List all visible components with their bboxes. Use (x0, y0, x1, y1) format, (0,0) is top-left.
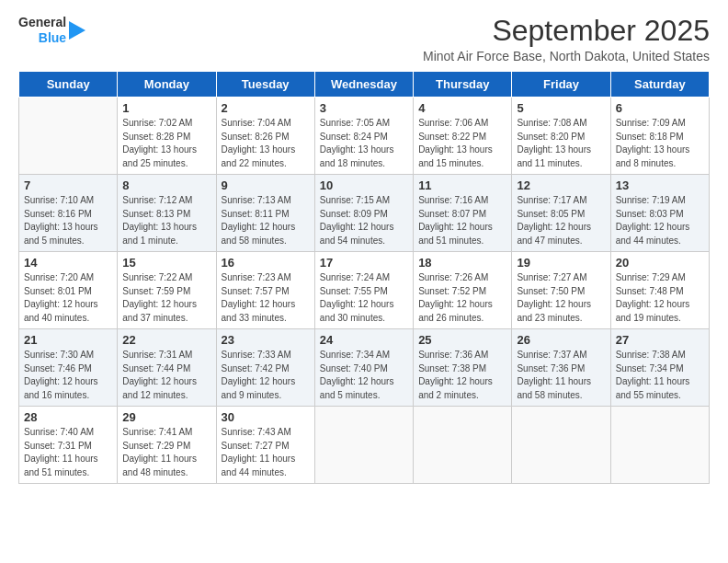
day-number: 29 (122, 410, 210, 424)
day-number: 6 (616, 101, 704, 115)
day-number: 20 (616, 256, 704, 270)
calendar-week-1: 1Sunrise: 7:02 AMSunset: 8:28 PMDaylight… (19, 98, 710, 175)
day-detail: Sunrise: 7:33 AMSunset: 7:42 PMDaylight:… (222, 349, 310, 402)
calendar-cell: 16Sunrise: 7:23 AMSunset: 7:57 PMDayligh… (216, 252, 314, 329)
col-header-saturday: Saturday (610, 72, 709, 98)
day-number: 4 (418, 101, 506, 115)
calendar-cell: 19Sunrise: 7:27 AMSunset: 7:50 PMDayligh… (512, 252, 610, 329)
day-number: 19 (517, 256, 605, 270)
col-header-monday: Monday (118, 72, 216, 98)
calendar-cell: 27Sunrise: 7:38 AMSunset: 7:34 PMDayligh… (610, 329, 709, 407)
calendar-week-3: 14Sunrise: 7:20 AMSunset: 8:01 PMDayligh… (19, 252, 710, 329)
day-detail: Sunrise: 7:06 AMSunset: 8:22 PMDaylight:… (418, 117, 506, 170)
calendar-table: SundayMondayTuesdayWednesdayThursdayFrid… (18, 71, 710, 484)
calendar-cell: 6Sunrise: 7:09 AMSunset: 8:18 PMDaylight… (610, 98, 709, 175)
calendar-cell: 11Sunrise: 7:16 AMSunset: 8:07 PMDayligh… (414, 175, 512, 252)
calendar-cell: 10Sunrise: 7:15 AMSunset: 8:09 PMDayligh… (314, 175, 413, 252)
calendar-cell: 24Sunrise: 7:34 AMSunset: 7:40 PMDayligh… (314, 329, 413, 407)
day-number: 28 (24, 410, 112, 424)
day-number: 9 (222, 178, 310, 192)
day-detail: Sunrise: 7:04 AMSunset: 8:26 PMDaylight:… (222, 117, 310, 170)
day-detail: Sunrise: 7:26 AMSunset: 7:52 PMDaylight:… (418, 271, 506, 325)
calendar-cell: 17Sunrise: 7:24 AMSunset: 7:55 PMDayligh… (314, 252, 413, 329)
calendar-cell: 3Sunrise: 7:05 AMSunset: 8:24 PMDaylight… (314, 98, 413, 175)
calendar-header-row: SundayMondayTuesdayWednesdayThursdayFrid… (19, 72, 710, 98)
page-header: General Blue September 2025 Minot Air Fo… (18, 15, 710, 63)
logo-triangle-icon (69, 17, 85, 43)
calendar-cell: 18Sunrise: 7:26 AMSunset: 7:52 PMDayligh… (414, 252, 512, 329)
day-detail: Sunrise: 7:08 AMSunset: 8:20 PMDaylight:… (517, 117, 605, 170)
day-detail: Sunrise: 7:17 AMSunset: 8:05 PMDaylight:… (517, 194, 605, 247)
day-detail: Sunrise: 7:24 AMSunset: 7:55 PMDaylight:… (320, 271, 408, 325)
day-number: 11 (418, 178, 506, 192)
day-detail: Sunrise: 7:12 AMSunset: 8:13 PMDaylight:… (122, 194, 210, 247)
col-header-wednesday: Wednesday (314, 72, 413, 98)
day-number: 16 (222, 256, 310, 270)
calendar-cell: 26Sunrise: 7:37 AMSunset: 7:36 PMDayligh… (512, 329, 610, 407)
day-number: 18 (418, 256, 506, 270)
calendar-cell: 15Sunrise: 7:22 AMSunset: 7:59 PMDayligh… (118, 252, 216, 329)
logo-general-text: General (18, 15, 66, 30)
calendar-week-4: 21Sunrise: 7:30 AMSunset: 7:46 PMDayligh… (19, 329, 710, 407)
col-header-sunday: Sunday (19, 72, 118, 98)
day-number: 22 (122, 333, 210, 347)
main-title: September 2025 (423, 15, 710, 47)
day-detail: Sunrise: 7:10 AMSunset: 8:16 PMDaylight:… (24, 194, 112, 247)
day-number: 2 (222, 101, 310, 115)
day-detail: Sunrise: 7:38 AMSunset: 7:34 PMDaylight:… (616, 349, 704, 402)
day-number: 23 (222, 333, 310, 347)
calendar-week-2: 7Sunrise: 7:10 AMSunset: 8:16 PMDaylight… (19, 175, 710, 252)
day-detail: Sunrise: 7:30 AMSunset: 7:46 PMDaylight:… (24, 349, 112, 402)
day-detail: Sunrise: 7:09 AMSunset: 8:18 PMDaylight:… (616, 117, 704, 170)
day-number: 27 (616, 333, 704, 347)
calendar-cell: 25Sunrise: 7:36 AMSunset: 7:38 PMDayligh… (414, 329, 512, 407)
day-detail: Sunrise: 7:43 AMSunset: 7:27 PMDaylight:… (222, 426, 310, 479)
calendar-cell (414, 407, 512, 484)
subtitle: Minot Air Force Base, North Dakota, Unit… (423, 49, 710, 63)
title-block: September 2025 Minot Air Force Base, Nor… (423, 15, 710, 63)
day-detail: Sunrise: 7:31 AMSunset: 7:44 PMDaylight:… (122, 349, 210, 402)
day-detail: Sunrise: 7:29 AMSunset: 7:48 PMDaylight:… (616, 271, 704, 325)
calendar-cell: 29Sunrise: 7:41 AMSunset: 7:29 PMDayligh… (118, 407, 216, 484)
calendar-cell: 7Sunrise: 7:10 AMSunset: 8:16 PMDaylight… (19, 175, 118, 252)
col-header-thursday: Thursday (414, 72, 512, 98)
day-number: 10 (320, 178, 408, 192)
day-number: 3 (320, 101, 408, 115)
day-detail: Sunrise: 7:34 AMSunset: 7:40 PMDaylight:… (320, 349, 408, 402)
day-number: 21 (24, 333, 112, 347)
svg-marker-0 (69, 21, 85, 40)
day-number: 24 (320, 333, 408, 347)
day-number: 12 (517, 178, 605, 192)
day-detail: Sunrise: 7:23 AMSunset: 7:57 PMDaylight:… (222, 271, 310, 325)
day-detail: Sunrise: 7:02 AMSunset: 8:28 PMDaylight:… (122, 117, 210, 170)
day-number: 14 (24, 256, 112, 270)
calendar-cell (610, 407, 709, 484)
calendar-cell: 28Sunrise: 7:40 AMSunset: 7:31 PMDayligh… (19, 407, 118, 484)
day-detail: Sunrise: 7:20 AMSunset: 8:01 PMDaylight:… (24, 271, 112, 325)
calendar-cell (314, 407, 413, 484)
day-detail: Sunrise: 7:22 AMSunset: 7:59 PMDaylight:… (122, 271, 210, 325)
calendar-cell: 21Sunrise: 7:30 AMSunset: 7:46 PMDayligh… (19, 329, 118, 407)
calendar-cell: 9Sunrise: 7:13 AMSunset: 8:11 PMDaylight… (216, 175, 314, 252)
day-detail: Sunrise: 7:13 AMSunset: 8:11 PMDaylight:… (222, 194, 310, 247)
day-detail: Sunrise: 7:19 AMSunset: 8:03 PMDaylight:… (616, 194, 704, 247)
calendar-cell (19, 98, 118, 175)
day-number: 5 (517, 101, 605, 115)
day-detail: Sunrise: 7:41 AMSunset: 7:29 PMDaylight:… (122, 426, 210, 479)
day-detail: Sunrise: 7:15 AMSunset: 8:09 PMDaylight:… (320, 194, 408, 247)
day-number: 17 (320, 256, 408, 270)
calendar-cell (512, 407, 610, 484)
day-number: 30 (222, 410, 310, 424)
day-number: 15 (122, 256, 210, 270)
day-number: 25 (418, 333, 506, 347)
calendar-cell: 20Sunrise: 7:29 AMSunset: 7:48 PMDayligh… (610, 252, 709, 329)
calendar-cell: 2Sunrise: 7:04 AMSunset: 8:26 PMDaylight… (216, 98, 314, 175)
calendar-cell: 23Sunrise: 7:33 AMSunset: 7:42 PMDayligh… (216, 329, 314, 407)
calendar-cell: 5Sunrise: 7:08 AMSunset: 8:20 PMDaylight… (512, 98, 610, 175)
day-detail: Sunrise: 7:36 AMSunset: 7:38 PMDaylight:… (418, 349, 506, 402)
calendar-cell: 14Sunrise: 7:20 AMSunset: 8:01 PMDayligh… (19, 252, 118, 329)
calendar-week-5: 28Sunrise: 7:40 AMSunset: 7:31 PMDayligh… (19, 407, 710, 484)
day-detail: Sunrise: 7:05 AMSunset: 8:24 PMDaylight:… (320, 117, 408, 170)
calendar-cell: 1Sunrise: 7:02 AMSunset: 8:28 PMDaylight… (118, 98, 216, 175)
calendar-cell: 8Sunrise: 7:12 AMSunset: 8:13 PMDaylight… (118, 175, 216, 252)
